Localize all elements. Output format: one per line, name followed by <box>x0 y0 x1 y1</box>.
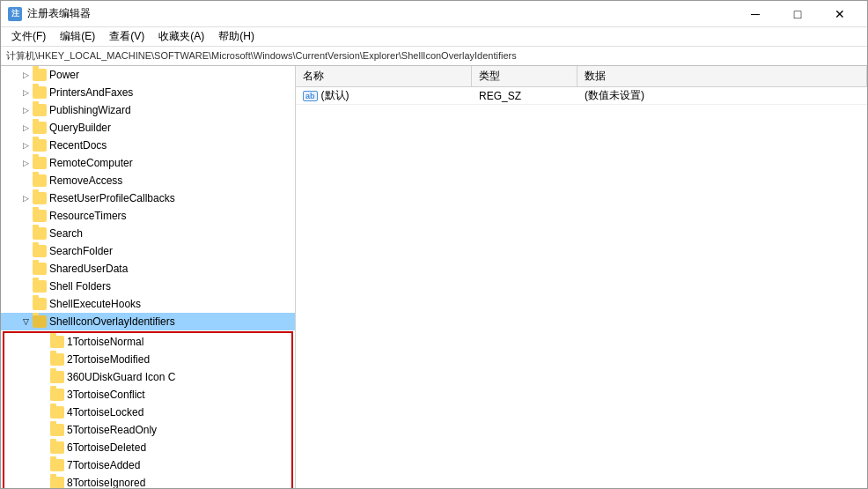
expand-icon <box>36 370 50 384</box>
folder-icon <box>50 371 64 383</box>
tree-item[interactable]: ▷ PublishingWizard <box>1 101 295 119</box>
registry-editor-window: 注 注册表编辑器 ─ □ ✕ 文件(F) 编辑(E) 查看(V) 收藏夹(A) … <box>0 0 868 489</box>
folder-icon <box>50 336 64 348</box>
folder-icon <box>33 122 47 134</box>
folder-icon <box>33 69 47 81</box>
tree-item[interactable]: 1TortoiseNormal <box>4 333 291 351</box>
expand-icon <box>18 209 33 223</box>
tree-label: 7TortoiseAdded <box>67 459 140 471</box>
tree-item[interactable]: 6TortoiseDeleted <box>4 439 291 456</box>
folder-icon <box>33 157 47 169</box>
tree-item[interactable]: ▷ RemoteComputer <box>1 154 295 172</box>
expand-icon <box>36 405 50 419</box>
header-name[interactable]: 名称 <box>296 66 472 86</box>
window-title: 注册表编辑器 <box>27 6 91 21</box>
tree-item[interactable]: 3TortoiseConflict <box>4 386 291 404</box>
expand-icon: ▷ <box>18 103 33 117</box>
app-icon: 注 <box>8 7 22 21</box>
expand-icon <box>36 423 50 437</box>
detail-type-cell: REG_SZ <box>472 89 577 103</box>
menu-bar: 文件(F) 编辑(E) 查看(V) 收藏夹(A) 帮助(H) <box>1 27 867 47</box>
expand-icon <box>18 279 33 293</box>
menu-file[interactable]: 文件(F) <box>4 27 53 46</box>
content-area: ▷ Power ▷ PrintersAndFaxes ▷ PublishingW… <box>1 66 867 488</box>
menu-edit[interactable]: 编辑(E) <box>53 27 102 46</box>
tree-item[interactable]: Shell Folders <box>1 278 295 295</box>
tree-label: PrintersAndFaxes <box>49 86 133 99</box>
expand-icon: ▷ <box>18 191 33 205</box>
tree-label: ResourceTimers <box>49 210 127 222</box>
detail-name-cell: ab (默认) <box>296 87 472 104</box>
detail-data-cell: (数值未设置) <box>577 87 867 104</box>
expand-icon: ▷ <box>18 138 33 152</box>
menu-favorites[interactable]: 收藏夹(A) <box>151 27 211 46</box>
tree-label: ResetUserProfileCallbacks <box>49 192 175 204</box>
tree-item[interactable]: RemoveAccess <box>1 172 295 189</box>
expand-icon <box>36 335 50 349</box>
tree-label: 1TortoiseNormal <box>67 336 143 348</box>
tree-label: QueryBuilder <box>49 122 111 134</box>
address-path: 计算机\HKEY_LOCAL_MACHINE\SOFTWARE\Microsof… <box>6 49 517 63</box>
tree-item[interactable]: 4TortoiseLocked <box>4 404 291 421</box>
detail-name-value: (默认) <box>321 88 349 103</box>
header-data[interactable]: 数据 <box>577 66 867 86</box>
expand-icon <box>36 388 50 402</box>
tree-item[interactable]: SharedUserData <box>1 260 295 278</box>
expand-icon: ▷ <box>18 156 33 170</box>
folder-icon <box>33 174 47 187</box>
title-controls: ─ □ ✕ <box>735 1 860 27</box>
tree-label: 4TortoiseLocked <box>67 406 143 419</box>
detail-header: 名称 类型 数据 <box>296 66 867 87</box>
minimize-button[interactable]: ─ <box>735 1 776 27</box>
tree-label: 2TortoiseModified <box>67 353 150 366</box>
tree-item[interactable]: SearchFolder <box>1 242 295 260</box>
folder-icon <box>33 280 47 293</box>
tree-label: PublishingWizard <box>49 104 131 116</box>
tree-item[interactable]: 5TortoiseReadOnly <box>4 421 291 439</box>
folder-icon <box>50 459 64 471</box>
expand-icon <box>36 352 50 367</box>
menu-help[interactable]: 帮助(H) <box>211 27 261 46</box>
tree-label: RemoteComputer <box>49 157 133 169</box>
tree-item[interactable]: 2TortoiseModified <box>4 351 291 368</box>
folder-icon <box>33 315 47 328</box>
expand-icon: ▷ <box>18 85 33 100</box>
folder-icon <box>50 441 64 454</box>
folder-icon <box>50 389 64 401</box>
folder-icon <box>50 406 64 419</box>
expand-icon <box>18 262 33 276</box>
expand-icon <box>18 226 33 241</box>
folder-icon <box>33 139 47 152</box>
tree-pane[interactable]: ▷ Power ▷ PrintersAndFaxes ▷ PublishingW… <box>1 66 296 488</box>
maximize-button[interactable]: □ <box>777 1 818 27</box>
folder-icon <box>33 192 47 204</box>
tree-item[interactable]: 8TortoiseIgnored <box>4 474 291 488</box>
title-bar: 注 注册表编辑器 ─ □ ✕ <box>1 1 867 27</box>
tree-item[interactable]: 7TortoiseAdded <box>4 456 291 474</box>
expand-icon <box>18 244 33 258</box>
tree-label: ShellIconOverlayIdentifiers <box>49 315 175 328</box>
header-type[interactable]: 类型 <box>472 66 577 86</box>
tree-item[interactable]: ▷ PrintersAndFaxes <box>1 84 295 101</box>
tree-item[interactable]: ResourceTimers <box>1 207 295 225</box>
menu-view[interactable]: 查看(V) <box>102 27 151 46</box>
ab-icon: ab <box>303 91 318 101</box>
detail-row[interactable]: ab (默认) REG_SZ (数值未设置) <box>296 87 867 105</box>
tree-item[interactable]: ▷ ResetUserProfileCallbacks <box>1 189 295 207</box>
tree-label: ShellExecuteHooks <box>49 298 141 310</box>
tree-label: 360UDiskGuard Icon C <box>67 371 175 383</box>
tree-item[interactable]: Search <box>1 225 295 242</box>
folder-icon <box>33 227 47 240</box>
tree-item[interactable]: ShellExecuteHooks <box>1 295 295 313</box>
folder-icon <box>33 210 47 222</box>
folder-icon <box>33 245 47 257</box>
tree-item[interactable]: 360UDiskGuard Icon C <box>4 368 291 386</box>
tree-label: 8TortoiseIgnored <box>67 477 145 488</box>
tree-item[interactable]: ▷ QueryBuilder <box>1 119 295 137</box>
close-button[interactable]: ✕ <box>820 1 860 27</box>
tree-item-shellicon[interactable]: ▽ ShellIconOverlayIdentifiers <box>1 313 295 330</box>
tree-label: 3TortoiseConflict <box>67 389 145 401</box>
folder-icon <box>33 86 47 99</box>
tree-item[interactable]: ▷ RecentDocs <box>1 137 295 154</box>
tree-item[interactable]: ▷ Power <box>1 66 295 84</box>
